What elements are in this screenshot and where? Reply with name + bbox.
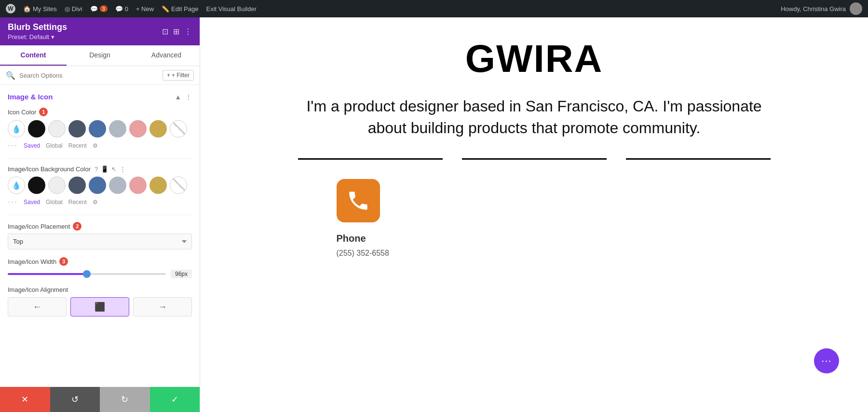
swatch-darkgray[interactable] [68,120,86,137]
swatch-pink[interactable] [129,120,147,137]
edit-page-link[interactable]: ✏️ Edit Page [162,5,198,13]
bg-color-saved[interactable]: Saved [24,199,40,206]
comment-num-icon: 💬 [115,5,123,13]
panel-title: Blurb Settings [8,22,67,32]
swatch-blue[interactable] [89,120,106,137]
section-more-icon[interactable]: ⋮ [185,93,192,101]
bg-swatch-white[interactable] [48,177,66,194]
bg-swatch-black[interactable] [28,177,45,194]
cancel-button[interactable]: ✕ [0,387,50,412]
bg-swatch-darkgray[interactable] [68,177,86,194]
my-sites-link[interactable]: 🏠 My Sites [23,5,57,13]
panel-more-icon[interactable]: ⋮ [184,27,192,36]
user-greeting: Howdy, Christina Gwira [781,5,846,13]
contact-value: (255) 352-6558 [337,249,389,258]
wp-logo[interactable]: W [6,4,15,14]
search-input[interactable] [19,72,159,79]
filter-button[interactable]: + + Filter [163,70,194,81]
undo-button[interactable]: ↺ [50,387,100,412]
panel-layout-icon[interactable]: ⊞ [173,27,179,36]
align-left-btn[interactable]: ← [8,297,67,316]
placement-select[interactable]: Top Left Right Bottom [8,233,192,249]
panel-preset[interactable]: Preset: Default ▾ [8,33,67,41]
color-recent[interactable]: Recent [68,142,87,149]
panel-actions: ✕ ↺ ↻ ✓ [0,387,200,412]
eyedropper-icon: 💧 [12,124,21,134]
bg-color-global[interactable]: Global [46,199,63,206]
tab-content[interactable]: Content [0,45,67,66]
divider-line-2 [462,158,607,160]
comment-num-link[interactable]: 💬 0 [115,5,128,13]
bg-swatch-none[interactable] [170,177,187,194]
align-center-btn[interactable]: ⬛ [70,297,129,316]
slider-row: 96px [8,270,192,278]
contact-section: Phone (255) 352-6558 [298,179,771,258]
bg-eyedropper-icon: 💧 [12,181,21,190]
exit-builder-label: Exit Visual Builder [206,5,257,13]
tab-advanced[interactable]: Advanced [133,45,200,66]
bg-color-more-icon[interactable]: ⋮ [120,165,126,173]
width-label-text: Image/Icon Width [8,258,56,265]
color-settings-icon[interactable]: ⚙ [93,142,98,149]
avatar[interactable] [850,2,862,15]
tab-design[interactable]: Design [67,45,133,66]
width-label: Image/Icon Width 3 [8,257,192,266]
panel-tabs: Content Design Advanced [0,45,200,66]
redo-button[interactable]: ↻ [100,387,150,412]
comments-link[interactable]: 💬 3 [90,5,108,13]
bg-color-picker-btn[interactable]: 💧 [8,177,25,194]
page-content: GWIRA I'm a product designer based in Sa… [269,17,800,277]
help-icon[interactable]: ? [95,165,98,173]
bg-color-recent[interactable]: Recent [68,199,87,206]
bg-color-meta: ··· Saved Global Recent ⚙ [8,197,192,207]
contact-label: Phone [337,233,366,244]
align-left-icon: ← [33,302,41,312]
placement-label: Image/Icon Placement 2 [8,222,192,231]
cursor-icon[interactable]: ↖ [111,165,117,173]
divi-link[interactable]: ◎ Divi [65,5,82,13]
align-center-icon: ⬛ [95,302,105,312]
page-title: GWIRA [298,37,771,81]
width-slider[interactable] [8,273,166,275]
placement-group: Image/Icon Placement 2 Top Left Right Bo… [8,222,192,249]
bg-swatch-pink[interactable] [129,177,147,194]
alignment-buttons: ← ⬛ → [8,297,192,316]
swatch-gold[interactable] [149,120,167,137]
icon-color-swatches: 💧 [8,120,192,137]
new-link[interactable]: + New [136,5,154,13]
icon-color-meta: ··· Saved Global Recent ⚙ [8,140,192,151]
color-global[interactable]: Global [46,142,63,149]
alignment-group: Image/Icon Alignment ← ⬛ → [8,286,192,316]
section-collapse-icon[interactable]: ▲ [175,93,181,101]
color-saved[interactable]: Saved [24,142,40,149]
confirm-icon: ✓ [171,394,178,405]
step2-badge: 2 [73,222,81,231]
panel-resize-icon[interactable]: ⊡ [162,27,168,36]
floating-options-button[interactable]: ··· [814,348,839,373]
three-dots-icon: ··· [821,355,831,367]
device-icon[interactable]: 📱 [101,165,108,173]
my-sites-label: My Sites [33,5,57,13]
swatch-white[interactable] [48,120,66,137]
bg-swatch-lightblue[interactable] [109,177,126,194]
comment-num-label: 0 [125,5,128,13]
swatch-lightblue[interactable] [109,120,126,137]
swatch-none[interactable] [170,120,187,137]
confirm-button[interactable]: ✓ [150,387,200,412]
divider-line-3 [626,158,771,160]
edit-icon: ✏️ [162,5,169,13]
step1-badge: 1 [39,108,48,116]
bg-swatch-gold[interactable] [149,177,167,194]
align-right-btn[interactable]: → [133,297,192,316]
swatch-black[interactable] [28,120,45,137]
color-picker-btn[interactable]: 💧 [8,120,25,137]
bg-swatch-blue[interactable] [89,177,106,194]
tab-advanced-label: Advanced [151,51,181,59]
preset-chevron: ▾ [51,33,54,41]
color-dots: ··· [8,140,18,151]
bg-color-header: Image/Icon Background Color ? 📱 ↖ ⋮ [8,165,192,173]
icon-color-label: Icon Color 1 [8,108,192,116]
exit-builder-link[interactable]: Exit Visual Builder [206,5,257,13]
bg-color-settings-icon[interactable]: ⚙ [93,199,98,206]
edit-page-label: Edit Page [171,5,198,13]
